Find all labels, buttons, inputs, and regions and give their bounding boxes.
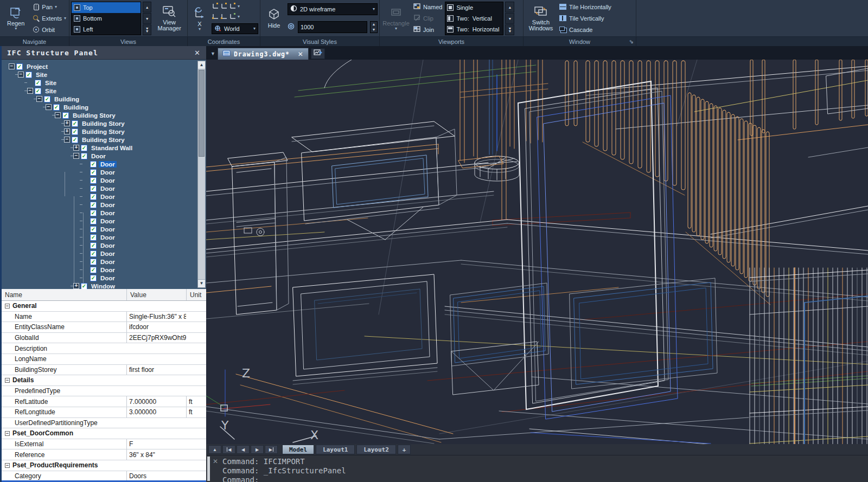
drawing-tab[interactable]: Drawing3.dwg* ✕ [218, 48, 309, 60]
group-collapse-icon[interactable]: − [5, 431, 10, 436]
ifc-panel-close-icon[interactable]: ✕ [194, 49, 201, 57]
checkbox-checked-icon[interactable]: ✓ [44, 96, 50, 102]
expand-toggle-icon[interactable]: − [27, 88, 33, 94]
checkbox-checked-icon[interactable]: ✓ [90, 169, 97, 176]
join-viewports-button[interactable]: Join [412, 24, 443, 35]
section-label-viewports[interactable]: Viewports [380, 37, 524, 46]
tree-item[interactable]: −✓Door [2, 152, 206, 160]
ucs-move-icon[interactable] [220, 2, 228, 11]
layout-tab[interactable]: Model [282, 445, 314, 454]
next-tab-button[interactable]: ▶ [251, 445, 264, 454]
tree-item[interactable]: ✓Door [2, 160, 206, 168]
viewports-scroll-more[interactable]: ▼▼ [505, 24, 514, 35]
property-row[interactable]: UserDefinedPartitioningType [2, 418, 206, 429]
group-collapse-icon[interactable]: − [5, 463, 10, 468]
checkbox-checked-icon[interactable]: ✓ [25, 72, 32, 78]
property-row[interactable]: LongName [2, 354, 206, 365]
tree-item[interactable]: +✓Building Story [2, 127, 206, 136]
property-grid[interactable]: Name Value Unit −GeneralNameSingle-Flush… [2, 289, 206, 482]
expand-toggle-icon[interactable]: − [36, 96, 42, 102]
dropdown-icon[interactable]: ▾ [238, 15, 240, 18]
layout-tab[interactable]: Layout2 [356, 445, 395, 454]
section-label-navigate[interactable]: Navigate [0, 37, 69, 46]
section-label-visual-styles[interactable]: Visual Styles [260, 37, 380, 46]
checkbox-checked-icon[interactable]: ✓ [81, 283, 87, 290]
checkbox-checked-icon[interactable]: ✓ [35, 80, 41, 86]
property-row[interactable]: BuildingStoreyfirst floor [2, 365, 206, 376]
column-header-unit[interactable]: Unit [186, 289, 206, 300]
group-collapse-icon[interactable]: − [5, 304, 10, 309]
checkbox-checked-icon[interactable]: ✓ [90, 194, 97, 200]
property-row[interactable]: −Pset_DoorCommon [2, 428, 206, 439]
checkbox-checked-icon[interactable]: ✓ [90, 275, 97, 281]
ucs-dropdown[interactable]: World ▾ [212, 23, 258, 34]
checkbox-checked-icon[interactable]: ✓ [90, 210, 97, 216]
views-scroll-down[interactable]: ▼ [143, 13, 151, 24]
group-collapse-icon[interactable]: − [5, 378, 10, 383]
viewports-scroll-up[interactable]: ▲ [505, 2, 514, 12]
named-viewports-button[interactable]: Named [412, 2, 443, 12]
tree-item[interactable]: ✓Door [2, 192, 206, 201]
checkbox-checked-icon[interactable]: ✓ [72, 128, 78, 135]
last-tab-button[interactable]: ▶ [265, 445, 278, 454]
tree-item[interactable]: ✓Door [2, 176, 206, 184]
tree-scrollbar[interactable]: ▲ ▼ [197, 61, 206, 288]
tree-scroll-up[interactable]: ▲ [198, 61, 205, 69]
tree-item[interactable]: −✓Building Story [2, 136, 206, 144]
layout-tab[interactable]: Layout1 [316, 445, 355, 454]
property-row[interactable]: RefLatitude7.000000ft [2, 396, 206, 407]
property-row[interactable]: Reference36" x 84" [2, 449, 206, 460]
checkbox-checked-icon[interactable]: ✓ [90, 226, 97, 233]
checkbox-checked-icon[interactable]: ✓ [90, 259, 97, 265]
property-row[interactable]: IsExternalF [2, 439, 206, 450]
view-option[interactable]: Bottom [72, 13, 141, 24]
tree-item[interactable]: ✓Door [2, 233, 206, 241]
expand-toggle-icon[interactable]: − [9, 63, 15, 69]
property-row[interactable]: NameSingle-Flush:36" x 84' [2, 312, 206, 323]
ucs-x-button[interactable]: X ▾ [189, 1, 210, 35]
window-action[interactable]: Cascade [558, 24, 612, 35]
tree-scroll-thumb[interactable] [199, 70, 205, 157]
tree-item[interactable]: −✓Building Story [2, 111, 206, 119]
prev-tab-button[interactable]: ◀ [237, 445, 250, 454]
tree-item[interactable]: ✓Door [2, 209, 206, 217]
view-manager-button[interactable]: View Manager [153, 1, 186, 35]
window-action[interactable]: Tile Horizontally [558, 2, 612, 12]
clip-viewport-button[interactable]: Clip [412, 13, 443, 24]
tree-item[interactable]: ✓Door [2, 184, 206, 192]
expand-toggle-icon[interactable]: − [64, 137, 70, 143]
tree-item[interactable]: −✓Project [2, 62, 206, 70]
expand-toggle-icon[interactable]: − [73, 153, 79, 159]
property-row[interactable]: GlobalId2EECj7pRX9wOht9vfF [2, 333, 206, 344]
tree-item[interactable]: ✓Door [2, 241, 206, 249]
navigate-action[interactable]: Extents▾ [31, 13, 67, 24]
column-header-value[interactable]: Value [126, 289, 186, 300]
viewport-option[interactable]: Single [445, 2, 503, 13]
isolines-input[interactable]: 1000 [298, 21, 367, 33]
tree-item[interactable]: −✓Building [2, 103, 206, 111]
tree-item[interactable]: −✓Site [2, 87, 206, 95]
isolines-spinner[interactable]: ▲▼ [370, 21, 378, 33]
checkbox-checked-icon[interactable]: ✓ [16, 63, 23, 70]
expand-toggle-icon[interactable]: + [64, 120, 70, 126]
dialog-launcher-icon[interactable]: ⇘ [629, 38, 634, 44]
ucs-previous-icon[interactable] [212, 12, 219, 22]
checkbox-checked-icon[interactable]: ✓ [90, 242, 97, 249]
checkbox-checked-icon[interactable]: ✓ [72, 137, 78, 143]
property-row[interactable]: −General [2, 301, 206, 312]
section-label-window[interactable]: Window⇘ [524, 37, 636, 46]
tree-item[interactable]: ✓Door [2, 249, 206, 258]
tab-list-icon[interactable]: ▼ [210, 51, 215, 56]
checkbox-checked-icon[interactable]: ✓ [90, 250, 97, 257]
checkbox-checked-icon[interactable]: ✓ [90, 202, 97, 208]
viewport-canvas[interactable]: Z Y X [206, 60, 868, 444]
property-row[interactable]: EntityClassNameifcdoor [2, 322, 206, 333]
expand-toggle-icon[interactable]: − [46, 104, 52, 110]
property-row[interactable]: −Details [2, 375, 206, 386]
column-header-name[interactable]: Name [2, 289, 126, 300]
expand-toggle-icon[interactable]: + [73, 145, 79, 151]
tree-item[interactable]: ✓Site [2, 79, 206, 87]
switch-windows-button[interactable]: Switch Windows [525, 1, 557, 35]
first-tab-button[interactable]: ◀ [222, 445, 235, 454]
tree-scroll-down[interactable]: ▼ [198, 279, 205, 287]
